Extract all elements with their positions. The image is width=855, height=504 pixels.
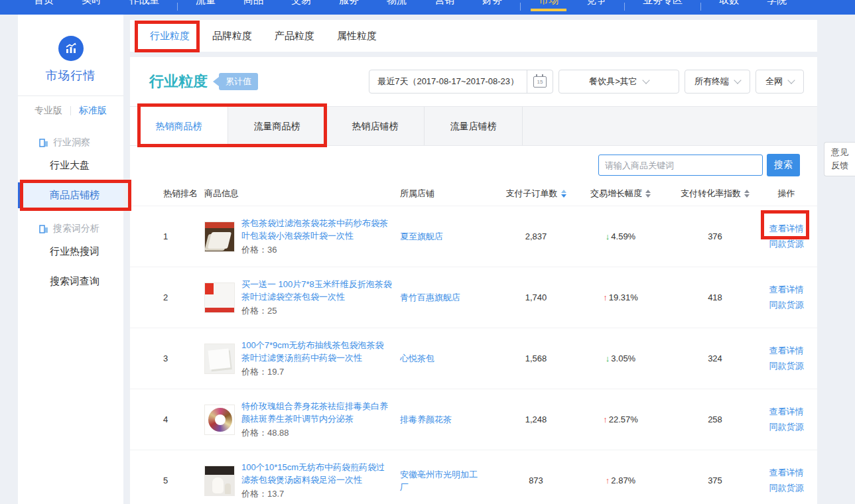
growth-value: 2.87% [611, 475, 635, 485]
column-orders[interactable]: 支付子订单数 [496, 188, 576, 200]
product-image[interactable] [204, 405, 235, 435]
terminal-dropdown[interactable]: 所有终端 [685, 70, 750, 94]
nav-item-product[interactable]: 商品 [243, 0, 263, 11]
same-supply-link[interactable]: 同款货源 [769, 421, 804, 433]
sidebar-item-search-word-query[interactable]: 搜索词查询 [18, 269, 123, 294]
building-icon [39, 225, 48, 233]
section-label: 搜索词分析 [53, 223, 99, 235]
shop-link[interactable]: 夏至旗舰店 [400, 230, 484, 243]
same-supply-link[interactable]: 同款货源 [769, 238, 804, 250]
table-header: 热销排名 商品信息 所属店铺 支付子订单数 交易增长幅度 支付转化率指数 操作 [130, 182, 817, 206]
same-supply-link[interactable]: 同款货源 [769, 360, 804, 372]
calendar-button[interactable]: 15 [527, 70, 553, 93]
nav-item-warroom[interactable]: 作战室 [129, 0, 159, 11]
search-input[interactable] [598, 155, 763, 176]
table-row: 1 茶包茶袋过滤泡茶袋花茶中药纱布袋茶叶包装袋小泡袋茶叶袋一次性 价格：36 夏… [130, 206, 817, 267]
nav-item-market[interactable]: 市场 [539, 0, 559, 11]
nav-item-business-zone[interactable]: 业务专区 [643, 0, 683, 11]
view-detail-link[interactable]: 查看详情 [769, 406, 804, 418]
sidebar-item-hot-search-words[interactable]: 行业热搜词 [18, 239, 123, 265]
view-detail-link[interactable]: 查看详情 [769, 467, 804, 479]
product-title-link[interactable]: 特价玫瑰组合养身花茶祛痘排毒美白养颜祛斑养生茶叶调节内分泌茶 [241, 400, 392, 425]
view-detail-link[interactable]: 查看详情 [769, 284, 804, 296]
up-arrow-icon: ↑ [603, 414, 608, 424]
sort-icon[interactable] [645, 190, 651, 198]
conversion-cell: 418 [665, 292, 765, 302]
subtab-traffic-products[interactable]: 流量商品榜 [228, 107, 326, 145]
growth-cell: ↑ 19.31% [576, 292, 665, 302]
product-image[interactable] [204, 283, 235, 313]
nav-item-home[interactable]: 首页 [34, 0, 54, 11]
product-title-link[interactable]: 买一送一 100片7*8玉米纤维反折泡茶袋茶叶过滤袋空茶包袋一次性 [241, 278, 392, 303]
shop-link[interactable]: 排毒养颜花茶 [400, 413, 484, 426]
nav-item-service[interactable]: 服务 [339, 0, 359, 11]
nav-item-competition[interactable]: 竞争 [586, 0, 606, 11]
product-price: 价格：25 [241, 305, 392, 317]
nav-divider [700, 3, 701, 11]
nav-item-marketing[interactable]: 营销 [434, 0, 454, 11]
table-row: 2 买一送一 100片7*8玉米纤维反折泡茶袋茶叶过滤袋空茶包袋一次性 价格：2… [130, 267, 817, 328]
date-range-picker[interactable]: 最近7天（2017-08-17~2017-08-23） 15 [369, 70, 553, 94]
network-dropdown[interactable]: 全网 [756, 70, 804, 94]
actions-cell: 查看详情 同款货源 [765, 284, 808, 311]
main-content: 行业粒度 累计值 最近7天（2017-08-17~2017-08-23） 15 … [130, 57, 817, 504]
app-title: 市场行情 [18, 68, 123, 84]
nav-divider [624, 3, 625, 11]
product-image[interactable] [204, 221, 235, 252]
rank-cell: 2 [158, 292, 204, 302]
shop-link[interactable]: 青竹百惠旗舰店 [400, 291, 484, 304]
product-title-link[interactable]: 100个7*9cm无纺布抽线茶包袋泡茶袋茶叶过滤煲汤煎药中药袋一次性 [241, 339, 392, 364]
rank-cell: 3 [158, 353, 204, 363]
column-conversion[interactable]: 支付转化率指数 [665, 188, 765, 200]
view-detail-link[interactable]: 查看详情 [769, 223, 804, 235]
nav-item-trade[interactable]: 交易 [291, 0, 311, 11]
nav-item-logistics[interactable]: 物流 [387, 0, 407, 11]
conversion-cell: 375 [665, 475, 765, 485]
product-cell: 100个10*15cm无纺布中药袋煎药袋过滤茶包袋煲汤卤料袋足浴一次性 价格：1… [204, 461, 400, 500]
nav-item-academy[interactable]: 学院 [767, 0, 787, 11]
search-button[interactable]: 搜索 [767, 154, 800, 176]
tab-industry-granularity[interactable]: 行业粒度 [150, 20, 190, 52]
shop-link[interactable]: 安徽亳州市光明加工厂 [400, 468, 484, 493]
filter-bar: 最近7天（2017-08-17~2017-08-23） 15 餐饮具>其它 所有… [369, 70, 804, 94]
nav-item-realtime[interactable]: 实时 [82, 0, 101, 11]
product-title-link[interactable]: 茶包茶袋过滤泡茶袋花茶中药纱布袋茶叶包装袋小泡袋茶叶袋一次性 [241, 217, 392, 242]
subtab-hot-shops[interactable]: 热销店铺榜 [326, 107, 425, 145]
actions-cell: 查看详情 同款货源 [765, 406, 808, 433]
product-image[interactable] [204, 344, 235, 374]
subtab-traffic-shops[interactable]: 流量店铺榜 [425, 107, 523, 145]
subtab-hot-products[interactable]: 热销商品榜 [130, 107, 228, 145]
shop-link[interactable]: 心悦茶包 [400, 352, 484, 365]
growth-cell: ↑ 22.57% [576, 414, 665, 424]
same-supply-link[interactable]: 同款货源 [769, 299, 804, 311]
nav-divider [520, 3, 521, 11]
badge-notch [213, 77, 219, 86]
growth-cell: ↓ 4.59% [576, 231, 665, 241]
tab-attribute-granularity[interactable]: 属性粒度 [337, 20, 377, 52]
nav-item-traffic[interactable]: 流量 [196, 0, 216, 11]
nav-item-data-fetch[interactable]: 取数 [719, 0, 739, 11]
conversion-cell: 324 [665, 353, 765, 363]
sort-icon[interactable] [561, 190, 566, 198]
product-image[interactable] [204, 466, 235, 496]
category-dropdown[interactable]: 餐饮具>其它 [559, 70, 679, 94]
tab-product-granularity[interactable]: 产品粒度 [275, 20, 314, 52]
nav-divider [177, 3, 178, 11]
column-product: 商品信息 [204, 188, 400, 200]
feedback-label: 意见 [831, 146, 848, 159]
version-tab-standard[interactable]: 标准版 [71, 105, 115, 117]
version-tab-pro[interactable]: 专业版 [27, 105, 70, 117]
growth-cell: ↑ 2.87% [576, 475, 665, 485]
column-growth[interactable]: 交易增长幅度 [576, 188, 665, 200]
nav-item-finance[interactable]: 财务 [482, 0, 502, 11]
growth-value: 19.31% [609, 292, 638, 302]
tab-brand-granularity[interactable]: 品牌粒度 [212, 20, 252, 52]
view-detail-link[interactable]: 查看详情 [769, 345, 804, 357]
same-supply-link[interactable]: 同款货源 [769, 482, 804, 494]
product-title-link[interactable]: 100个10*15cm无纺布中药袋煎药袋过滤茶包袋煲汤卤料袋足浴一次性 [241, 461, 392, 486]
sort-icon[interactable] [744, 190, 750, 198]
sidebar-item-industry-overview[interactable]: 行业大盘 [18, 153, 123, 178]
sidebar-item-product-shop-rank[interactable]: 商品店铺榜 [18, 182, 123, 208]
product-cell: 茶包茶袋过滤泡茶袋花茶中药纱布袋茶叶包装袋小泡袋茶叶袋一次性 价格：36 [204, 217, 400, 256]
feedback-button[interactable]: 意见 反馈 [824, 142, 855, 176]
